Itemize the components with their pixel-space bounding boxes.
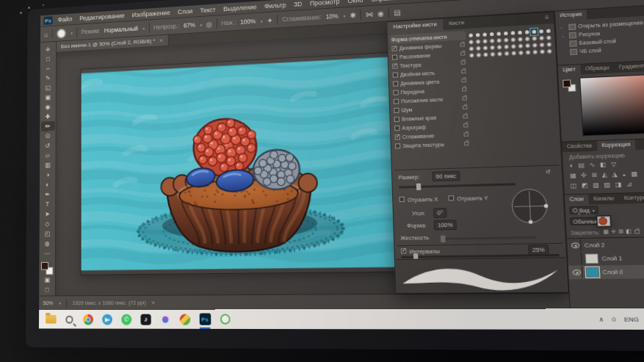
taskbar-app-yandex-browser[interactable] (178, 312, 192, 326)
brush-size-value[interactable]: 60 пикс (432, 171, 460, 182)
brush-option-checkbox[interactable] (395, 143, 400, 148)
taskbar-app-photoshop[interactable]: Ps (198, 312, 212, 326)
eraser-tool-icon[interactable]: ▱ (40, 151, 54, 161)
adjustment-icon[interactable]: ⊿ (626, 181, 632, 188)
frame-tool-icon[interactable]: ▣ (41, 93, 55, 103)
screen-mode-icon[interactable]: □ (40, 285, 54, 295)
brush-option-checkbox[interactable] (394, 134, 399, 140)
lock-icon[interactable] (462, 87, 467, 91)
adjustment-icon[interactable]: ◧ (600, 161, 607, 168)
brush-option-checkbox[interactable] (393, 72, 398, 77)
canvas-artwork[interactable] (82, 52, 409, 275)
lock-type-icon[interactable]: ✛ (611, 228, 616, 235)
brush-preset[interactable] (524, 49, 532, 57)
symmetry-icon[interactable]: ⋈ (366, 10, 373, 18)
mode-value[interactable]: Нормальный (104, 25, 138, 34)
taskbar-app-tiktok[interactable]: ♪ (140, 312, 153, 326)
adjustment-icon[interactable]: ▦ (570, 172, 576, 179)
tab-brushes[interactable]: Кисти (443, 18, 471, 30)
brush-preset[interactable] (532, 48, 539, 56)
tab-Слои[interactable]: Слои (565, 195, 589, 206)
brush-option-checkbox[interactable] (391, 46, 397, 51)
layer-thumbnail[interactable] (586, 267, 600, 278)
adjustment-icon[interactable]: ◒ (622, 170, 626, 178)
adjustment-icon[interactable]: ▩ (631, 170, 637, 178)
tab-Свойства[interactable]: Свойства (562, 141, 597, 152)
adjustment-icon[interactable]: ◮ (612, 171, 618, 178)
brush-option-checkbox[interactable] (392, 54, 397, 59)
smoothing-gear-icon[interactable]: ✱ (350, 11, 356, 19)
foreground-color-swatch[interactable] (41, 262, 48, 270)
layer-name[interactable]: Слой 0 (602, 268, 623, 275)
menu-item-0[interactable]: Файл (58, 15, 73, 23)
visibility-toggle[interactable] (571, 253, 582, 264)
panel-menu-icon[interactable]: ≡ (540, 12, 554, 24)
tab-Контуры[interactable]: Контуры (619, 193, 644, 204)
size-slider[interactable] (399, 183, 515, 188)
lock-type-icon[interactable]: ◧ (626, 228, 632, 235)
hand-tool-icon[interactable]: ◰ (40, 228, 54, 239)
brush-option-checkbox[interactable] (394, 125, 399, 130)
adjustment-icon[interactable]: ◐ (569, 162, 574, 170)
layer-row-Слой-0[interactable]: Слой 0 (568, 264, 644, 279)
brush-option-checkbox[interactable] (393, 90, 398, 95)
layer-row-Слой-2[interactable]: Слой 2 (567, 236, 644, 252)
status-chevron-icon[interactable]: > (151, 300, 154, 306)
marquee-tool-icon[interactable]: □ (41, 54, 55, 65)
brush-preset[interactable] (475, 51, 482, 59)
tab-Коррекция[interactable]: Коррекция (597, 140, 636, 151)
layer-thumbnail[interactable] (597, 216, 611, 226)
tab-history[interactable]: История (555, 10, 587, 21)
home-icon[interactable]: ⌂ (44, 30, 48, 37)
menu-item-3[interactable]: Слои (178, 7, 192, 15)
adjustment-icon[interactable]: ◩ (582, 182, 588, 189)
path-select-tool-icon[interactable]: ➤ (40, 209, 54, 219)
eyedropper-tool-icon[interactable]: ◉ (41, 102, 55, 112)
adjustment-icon[interactable]: ◨ (615, 181, 622, 188)
adjustment-icon[interactable]: ◭ (602, 171, 607, 178)
brush-option-checkbox[interactable] (393, 81, 398, 86)
brush-preset[interactable] (468, 52, 475, 59)
spacing-checkbox[interactable] (401, 248, 407, 253)
adjustment-icon[interactable]: ▤ (578, 162, 585, 169)
reset-icon[interactable]: ↺ (546, 168, 551, 175)
brush-option-12[interactable]: Защита текстуры (394, 139, 471, 151)
crop-tool-icon[interactable]: ◱ (41, 83, 55, 93)
tray-chevron-icon[interactable]: ∧ (598, 316, 604, 323)
lock-type-icon[interactable]: ▦ (603, 228, 609, 235)
gradient-tool-icon[interactable]: ▥ (40, 160, 54, 170)
brush-preset[interactable] (496, 51, 504, 58)
taskbar-app-telegram[interactable] (101, 312, 114, 326)
brush-option-checkbox[interactable] (394, 107, 399, 112)
adjustment-icon[interactable]: ▽ (611, 161, 616, 168)
pen-tool-icon[interactable]: ✒ (40, 189, 54, 200)
tab-Цвет[interactable]: Цвет (558, 65, 581, 76)
more-tools-icon[interactable]: ⋯ (40, 248, 54, 258)
brush-option-checkbox[interactable] (394, 116, 399, 121)
layer-name[interactable]: Слой 1 (601, 255, 622, 262)
taskbar-app-whatsapp[interactable]: ✆ (120, 312, 133, 326)
lock-icon[interactable] (464, 141, 469, 145)
brush-preset[interactable] (503, 50, 510, 57)
zoom-level[interactable]: 50% (43, 300, 54, 306)
taskbar-app-utorrent[interactable] (218, 312, 232, 326)
photoshop-logo[interactable]: Ps (43, 16, 52, 25)
adjustment-icon[interactable]: ⊞ (591, 171, 597, 178)
flip-y-checkbox[interactable] (449, 195, 455, 200)
tab-Образцы[interactable]: Образцы (580, 63, 615, 75)
lock-icon[interactable] (463, 132, 468, 136)
brush-preset[interactable] (489, 51, 496, 58)
shape-tool-icon[interactable]: ◇ (40, 219, 54, 229)
brush-panel-toggle-icon[interactable]: ▤ (394, 8, 401, 16)
menu-item-10[interactable]: Справка (371, 0, 397, 3)
brush-preset[interactable] (482, 51, 489, 59)
menu-item-2[interactable]: Изображение (132, 9, 170, 18)
pressure-size-icon[interactable]: ◉ (377, 9, 384, 17)
flow-value[interactable]: 100% (240, 18, 256, 26)
lock-icon[interactable] (463, 123, 468, 127)
taskbar-app-chrome[interactable] (82, 312, 95, 326)
layer-filter-select[interactable]: Вид▾ (569, 206, 598, 214)
roundness-value[interactable]: 100% (434, 220, 457, 230)
brush-preset[interactable] (546, 48, 553, 55)
pressure-opacity-icon[interactable]: ◎ (206, 20, 212, 28)
